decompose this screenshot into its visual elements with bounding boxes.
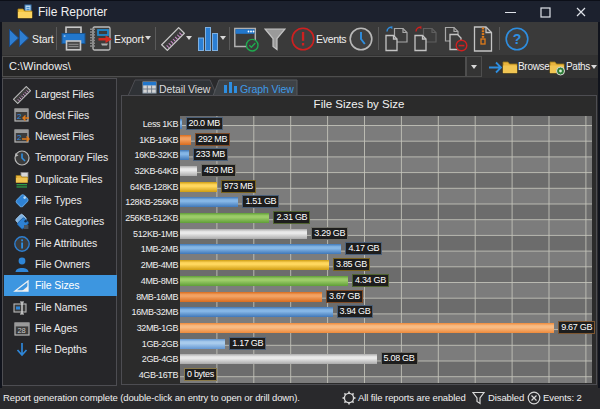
svg-text:2: 2 <box>17 112 22 121</box>
svg-text:2: 2 <box>17 133 22 142</box>
svg-text:?: ? <box>513 31 522 47</box>
svg-text:28: 28 <box>17 326 25 335</box>
